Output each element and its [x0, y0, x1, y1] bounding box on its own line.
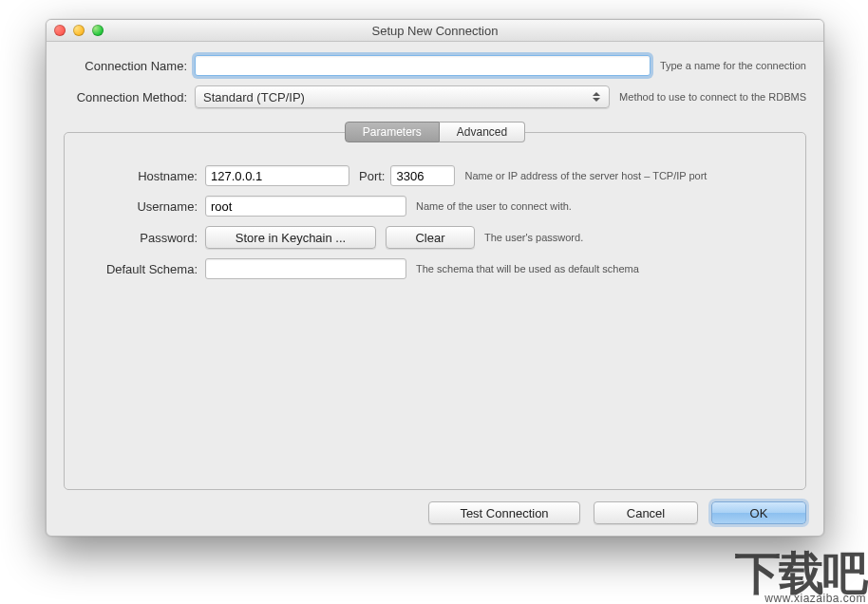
- connection-name-input[interactable]: [195, 55, 651, 76]
- test-connection-button[interactable]: Test Connection: [428, 501, 580, 524]
- tab-bar: Parameters Advanced: [64, 122, 806, 142]
- label-default-schema: Default Schema:: [89, 262, 198, 276]
- updown-icon: [590, 88, 603, 105]
- hint-hostname: Name or IP address of the server host – …: [464, 170, 707, 181]
- cancel-button[interactable]: Cancel: [594, 501, 698, 524]
- label-port: Port:: [359, 169, 385, 183]
- hint-connection-name: Type a name for the connection: [660, 60, 806, 71]
- ok-button[interactable]: OK: [711, 501, 806, 524]
- clear-password-button[interactable]: Clear: [386, 226, 475, 249]
- hint-connection-method: Method to use to connect to the RDBMS: [619, 91, 806, 103]
- label-connection-name: Connection Name:: [64, 59, 187, 73]
- window-controls: [54, 25, 104, 36]
- watermark-url: www.xiazaiba.com: [735, 593, 866, 604]
- row-username: Username: Name of the user to connect wi…: [89, 196, 781, 217]
- watermark: 下载吧 www.xiazaiba.com: [735, 551, 866, 604]
- row-hostname: Hostname: Port: Name or IP address of th…: [89, 165, 781, 186]
- connection-method-select[interactable]: Standard (TCP/IP): [195, 85, 610, 108]
- minimize-icon[interactable]: [73, 25, 85, 36]
- row-connection-name: Connection Name: Type a name for the con…: [64, 55, 806, 76]
- hint-username: Name of the user to connect with.: [416, 200, 572, 212]
- zoom-icon[interactable]: [92, 25, 104, 36]
- hostname-input[interactable]: [205, 165, 349, 186]
- window-title: Setup New Connection: [47, 24, 823, 38]
- row-default-schema: Default Schema: The schema that will be …: [89, 258, 781, 279]
- tab-parameters[interactable]: Parameters: [345, 122, 440, 142]
- default-schema-input[interactable]: [205, 258, 406, 279]
- hint-password: The user's password.: [484, 232, 583, 243]
- store-keychain-button[interactable]: Store in Keychain ...: [205, 226, 376, 249]
- parameters-panel: Hostname: Port: Name or IP address of th…: [64, 132, 806, 490]
- hint-default-schema: The schema that will be used as default …: [416, 263, 639, 274]
- label-connection-method: Connection Method:: [64, 90, 187, 104]
- button-bar: Test Connection Cancel OK: [64, 490, 806, 524]
- watermark-text: 下载吧: [735, 551, 866, 596]
- close-icon[interactable]: [54, 25, 66, 36]
- panel-wrap: Parameters Advanced Hostname: Port: Name…: [64, 122, 806, 490]
- label-password: Password:: [89, 231, 198, 245]
- connection-method-value: Standard (TCP/IP): [203, 90, 305, 104]
- row-password: Password: Store in Keychain ... Clear Th…: [89, 226, 781, 249]
- dialog-window: Setup New Connection Connection Name: Ty…: [46, 19, 824, 537]
- port-input[interactable]: [390, 165, 455, 186]
- titlebar: Setup New Connection: [47, 20, 823, 42]
- label-hostname: Hostname:: [89, 169, 198, 183]
- tab-advanced[interactable]: Advanced: [440, 122, 525, 142]
- row-connection-method: Connection Method: Standard (TCP/IP) Met…: [64, 85, 806, 108]
- label-username: Username:: [89, 199, 198, 214]
- content-area: Connection Name: Type a name for the con…: [47, 42, 823, 536]
- username-input[interactable]: [205, 196, 406, 217]
